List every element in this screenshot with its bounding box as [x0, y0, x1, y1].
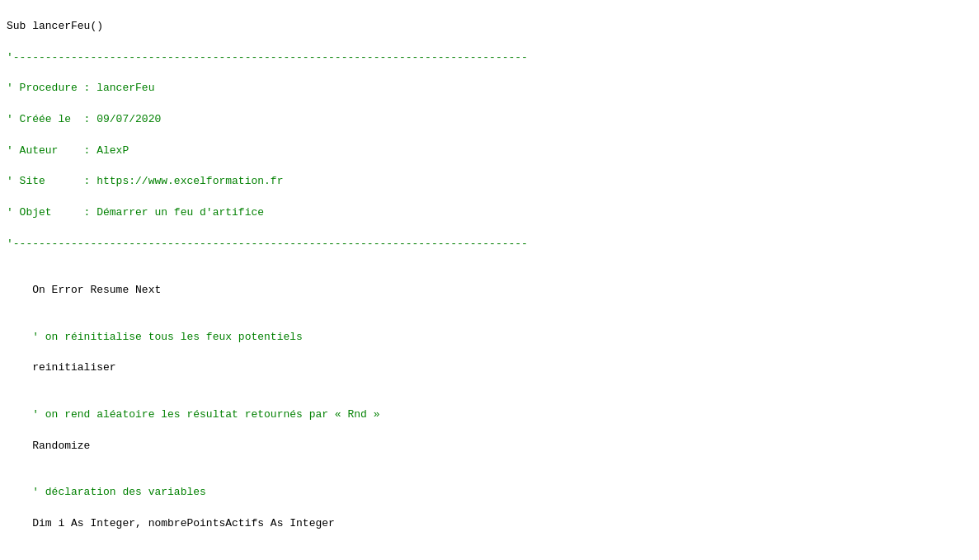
code-line-3: ' Créée le : 09/07/2020	[7, 112, 972, 128]
code-line-1: '---------------------------------------…	[7, 50, 972, 66]
code-line-12: reinitialiser	[7, 360, 972, 376]
code-line-4: ' Auteur : AlexP	[7, 144, 972, 159]
code-line-5: ' Site : https://www.excelformation.fr	[7, 174, 972, 190]
code-line-14: ' on rend aléatoire les résultat retourn…	[7, 407, 972, 423]
code-line-9: On Error Resume Next	[7, 283, 972, 299]
code-line-11: ' on réinitialise tous les feux potentie…	[7, 330, 972, 346]
code-line-18: Dim i As Integer, nombrePointsActifs As …	[7, 516, 972, 532]
code-line-7: '---------------------------------------…	[7, 237, 972, 252]
code-line-17: ' déclaration des variables	[7, 485, 972, 501]
code-line-0: Sub lancerFeu()	[7, 19, 972, 35]
code-editor: Sub lancerFeu() '-----------------------…	[0, 0, 979, 560]
code-line-6: ' Objet : Démarrer un feu d'artifice	[7, 205, 972, 221]
code-line-15: Randomize	[7, 439, 972, 454]
code-line-2: ' Procedure : lancerFeu	[7, 81, 972, 96]
